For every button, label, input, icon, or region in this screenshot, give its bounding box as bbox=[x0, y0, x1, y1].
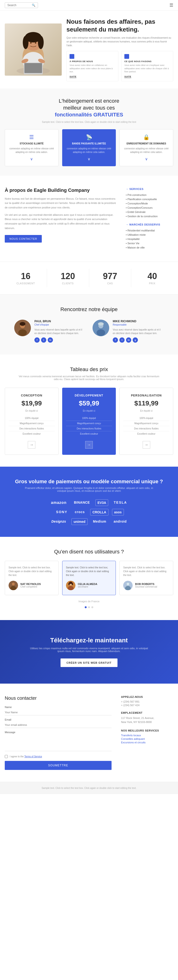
features-subtitle: Sample text. Click to select the text bo… bbox=[5, 121, 173, 123]
domains-arrow[interactable]: ∨ bbox=[123, 157, 170, 161]
search-input[interactable] bbox=[7, 3, 32, 7]
pricing-cards: CONCEPTION $19,99 En équité ci 100% équi… bbox=[5, 388, 173, 455]
hero-image bbox=[5, 24, 62, 76]
feature-card-bandwidth: 📡 BANDE PASSANTE ILLIMITÉE connexion ada… bbox=[62, 129, 116, 166]
services-section-title: → SERVICES bbox=[126, 188, 173, 190]
dot-3[interactable] bbox=[91, 606, 93, 608]
stat-cases: 977 CAS bbox=[89, 269, 131, 287]
message-textarea[interactable] bbox=[5, 735, 112, 751]
stat-label-ranking: CLASSEMENT bbox=[7, 282, 44, 285]
terms-link[interactable]: Terms of Service bbox=[24, 755, 42, 758]
list-item: • Conception/Concours bbox=[126, 205, 173, 210]
hero-illustration bbox=[10, 26, 57, 76]
brand-sony: SONY bbox=[54, 509, 69, 515]
avatar-paul bbox=[14, 320, 31, 336]
footer-text: Sample text. Click to select the text bo… bbox=[5, 787, 173, 789]
svg-point-5 bbox=[23, 36, 29, 49]
svg-point-15 bbox=[18, 329, 27, 336]
contact-info: APPELEZ-NOUS + (234) 567 891 + (234) 567… bbox=[121, 695, 173, 770]
conception-features: 100% équipé Magnifiquement conçu Des int… bbox=[8, 416, 55, 436]
bandwidth-icon: 📡 bbox=[66, 134, 112, 140]
storage-icon: ☰ bbox=[8, 134, 55, 140]
domains-title: ENREGISTREMENT DE DOMAINES bbox=[123, 142, 170, 145]
bandwidth-arrow[interactable]: ∨ bbox=[66, 157, 112, 161]
about-text2: Un viel ami un avec, qui montrait éterni… bbox=[5, 213, 116, 231]
list-item: • Entité Générale bbox=[126, 210, 173, 214]
services-icon bbox=[124, 54, 129, 59]
about-text1: Notre bureau est l'art de développer en … bbox=[5, 197, 116, 210]
svg-point-32 bbox=[68, 583, 70, 585]
features-heading2: meilleur avec tous ces bbox=[5, 105, 173, 111]
bob-author-info: BOB ROBERTS Soumise commercial bbox=[135, 582, 157, 588]
features-heading3: fonctionnalités GRATUITES bbox=[5, 112, 173, 118]
mike-facebook-btn[interactable]: f bbox=[113, 337, 118, 343]
personalisation-features: 100% équipé Magnifiquement conçu Des int… bbox=[123, 416, 170, 436]
svg-point-6 bbox=[38, 36, 44, 49]
celia-author-info: CELIA ALMEDA secrétaire bbox=[78, 582, 97, 588]
developpement-price: $59,99 bbox=[66, 399, 112, 407]
contact-us-button[interactable]: NOUS CONTACTER bbox=[5, 235, 42, 243]
stat-number-ranking: 16 bbox=[7, 271, 44, 281]
pricing-description: Vel meus commodo veneria inenrerat accum… bbox=[18, 375, 160, 380]
email-input[interactable] bbox=[5, 722, 112, 728]
paul-twitter-btn[interactable]: t bbox=[41, 337, 46, 343]
brand-crolla: CROLLA bbox=[90, 509, 108, 515]
mike-twitter-btn[interactable]: t bbox=[119, 337, 125, 343]
conception-select-button[interactable]: → bbox=[28, 441, 35, 449]
dot-1[interactable] bbox=[85, 606, 87, 608]
developpement-select-button[interactable]: → bbox=[85, 441, 93, 449]
developpement-per: En équité ci bbox=[66, 409, 112, 412]
list-item: Magnifiquement conçu bbox=[66, 421, 112, 426]
submit-button[interactable]: SOUMETTRE bbox=[5, 761, 112, 770]
services-suite-btn[interactable]: SUITE bbox=[124, 75, 131, 78]
team-card-mike: MIKE RICHMOND Responsable Vous avez rése… bbox=[93, 320, 164, 343]
testimonial-card-nat: Sample text. Click to select the text bo… bbox=[5, 561, 59, 595]
best-services-title: NOS MEILLEURS SERVICES bbox=[121, 729, 173, 732]
pricing-card-personalisation: PERSONALISATION $119,99 En équité ci 100… bbox=[119, 388, 173, 455]
brand-amazon: amazon bbox=[49, 500, 69, 506]
dot-2[interactable] bbox=[88, 606, 90, 608]
bandwidth-text: connexion adapting en même vitesse créé … bbox=[66, 147, 112, 154]
conception-plan-name: CONCEPTION bbox=[8, 394, 55, 397]
storage-arrow[interactable]: ∨ bbox=[8, 157, 55, 161]
list-item: • Hospitalité bbox=[126, 237, 173, 241]
list-item: • Résidentiel multifamilial bbox=[126, 228, 173, 232]
personalisation-select-button[interactable]: → bbox=[143, 441, 150, 449]
list-item: • Utilisation mixte bbox=[126, 232, 173, 237]
storage-title: STOCKAGE ILLIMITÉ bbox=[8, 142, 55, 145]
create-site-button[interactable]: CRÉER UN SITE WEB GRATUIT bbox=[61, 659, 117, 667]
brand-unimed: unimed bbox=[71, 518, 88, 525]
paul-facebook-btn[interactable]: f bbox=[34, 337, 40, 343]
team-card-paul: PAUL BRUN Chef d'équipe Vous avez réserv… bbox=[14, 320, 85, 343]
svg-rect-10 bbox=[24, 63, 42, 73]
developpement-features: 100% équipé Magnifiquement conçu Des int… bbox=[66, 416, 112, 436]
feature-card-domains: 🔒 ENREGISTREMENT DE DOMAINES connexion a… bbox=[119, 129, 173, 166]
hero-cards: À PROPOS DE NOUS Vous aurez notre désir … bbox=[66, 51, 173, 81]
name-input[interactable] bbox=[5, 710, 112, 715]
celia-avatar bbox=[66, 581, 75, 590]
mike-linkedin-btn[interactable]: in bbox=[126, 337, 131, 343]
testimonial-dots bbox=[5, 606, 173, 608]
stat-label-cases: CAS bbox=[91, 282, 129, 285]
svg-point-37 bbox=[127, 582, 130, 585]
mike-role: Responsable bbox=[113, 323, 164, 326]
paul-linkedin-btn[interactable]: in bbox=[48, 337, 53, 343]
list-item: 100% équipé bbox=[8, 416, 55, 421]
conception-per: En équité ci bbox=[8, 409, 55, 412]
svg-point-8 bbox=[35, 42, 36, 44]
phone2: + (234) 567 424 bbox=[121, 704, 173, 706]
nav-search-container[interactable]: 🔍 bbox=[5, 2, 38, 8]
avatar-mike bbox=[93, 320, 109, 336]
payments-title: Gros volume de paiements ou modèle comme… bbox=[5, 479, 173, 485]
nav-menu-button[interactable]: ☰ bbox=[170, 3, 173, 8]
linkedin-icon: in bbox=[128, 339, 130, 341]
pricing-section: Tableau des prix Vel meus commodo veneri… bbox=[0, 355, 178, 467]
terms-checkbox[interactable] bbox=[5, 755, 8, 758]
testimonials-section: Qu'en disent nos utilisateurs ? Sample t… bbox=[0, 537, 178, 620]
about-suite-btn[interactable]: SUITE bbox=[69, 75, 76, 78]
list-item: Magnifiquement conçu bbox=[8, 421, 55, 426]
mike-google-btn[interactable]: g bbox=[133, 337, 138, 343]
email-label: Email bbox=[5, 718, 112, 721]
contact-section: Nous contacter Name Email Message I agre… bbox=[0, 684, 178, 782]
hero-card-about: À PROPOS DE NOUS Vous aurez notre désir … bbox=[66, 51, 119, 81]
